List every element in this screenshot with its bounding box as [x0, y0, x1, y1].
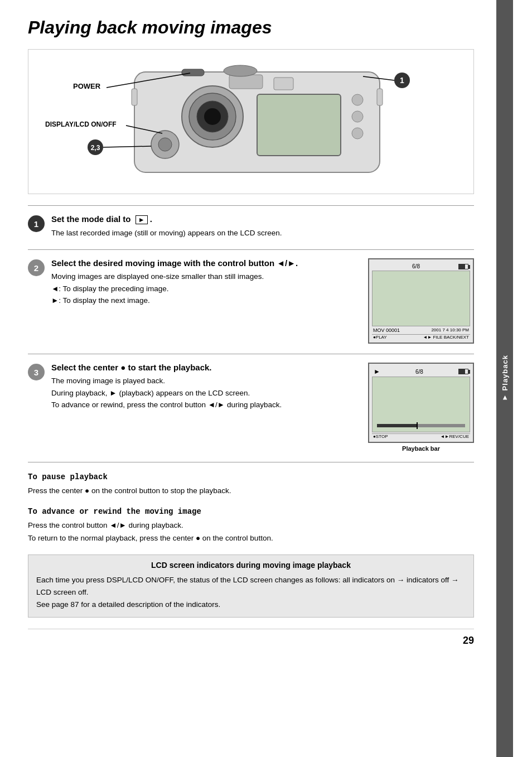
pause-section-title: To pause playback — [28, 472, 474, 481]
step-2-content: Select the desired moving image with the… — [51, 258, 474, 344]
svg-point-4 — [204, 108, 221, 125]
svg-text:DISPLAY/LCD ON/OFF: DISPLAY/LCD ON/OFF — [45, 120, 117, 128]
svg-rect-15 — [132, 89, 137, 105]
playback-bar-label: Playback bar — [368, 445, 474, 452]
advance-section-title: To advance or rewind the moving image — [28, 507, 474, 516]
svg-point-13 — [352, 111, 363, 122]
info-box-body: Each time you press DSPL/LCD ON/OFF, the… — [36, 574, 466, 611]
camera-diagram: 1 2,3 POWER DISPLAY/LCD ON/OFF — [28, 49, 474, 194]
divider-4 — [28, 462, 474, 462]
svg-text:POWER: POWER — [73, 82, 101, 90]
svg-rect-16 — [377, 89, 383, 105]
divider-2 — [28, 249, 474, 250]
sidebar-tab: ▼ Playback — [496, 0, 513, 757]
svg-point-12 — [352, 94, 363, 105]
svg-rect-6 — [274, 78, 293, 90]
advance-section-body: Press the control button ◄/► during play… — [28, 519, 474, 544]
page-number: 29 — [28, 629, 474, 647]
step-1-content: Set the mode dial to ► . The last record… — [51, 214, 474, 239]
page-title: Playing back moving images — [28, 17, 474, 38]
step-2-body: Moving images are displayed one-size sma… — [51, 271, 357, 307]
divider-1 — [28, 205, 474, 206]
step-3-body: The moving image is played back. During … — [51, 375, 357, 411]
svg-point-14 — [352, 128, 363, 139]
svg-point-9 — [158, 138, 172, 151]
step-3: 3 Select the center ● to start the playb… — [28, 363, 474, 452]
step-3-lcd: ► 6/8 — [368, 363, 474, 452]
step-1-body: The last recorded image (still or moving… — [51, 227, 474, 239]
step-3-content: Select the center ● to start the playbac… — [51, 363, 474, 452]
step-2: 2 Select the desired moving image with t… — [28, 258, 474, 344]
divider-3 — [28, 354, 474, 354]
step-1-title: Set the mode dial to ► . — [51, 214, 474, 224]
svg-rect-7 — [257, 94, 341, 156]
step-number-1: 1 — [28, 215, 45, 232]
step-1: 1 Set the mode dial to ► . The last reco… — [28, 214, 474, 239]
svg-text:2,3: 2,3 — [91, 144, 100, 152]
info-box: LCD screen indicators during moving imag… — [28, 555, 474, 618]
pause-section-body: Press the center ● on the control button… — [28, 485, 474, 497]
step-3-title: Select the center ● to start the playbac… — [51, 363, 357, 372]
svg-rect-5 — [229, 75, 263, 89]
info-box-title: LCD screen indicators during moving imag… — [36, 561, 466, 570]
step-number-2: 2 — [28, 259, 45, 276]
svg-point-11 — [224, 65, 257, 76]
step-2-title: Select the desired moving image with the… — [51, 258, 357, 268]
svg-text:1: 1 — [400, 76, 404, 85]
sidebar-tab-label: ▼ Playback — [501, 355, 509, 402]
camera-illustration: 1 2,3 POWER DISPLAY/LCD ON/OFF — [40, 61, 475, 184]
svg-rect-10 — [182, 69, 204, 76]
step-number-3: 3 — [28, 364, 45, 380]
step-2-lcd: 6/8 MOV 00001 2001 7 4 10:30 PM ●PLAY ◄► — [368, 258, 474, 344]
